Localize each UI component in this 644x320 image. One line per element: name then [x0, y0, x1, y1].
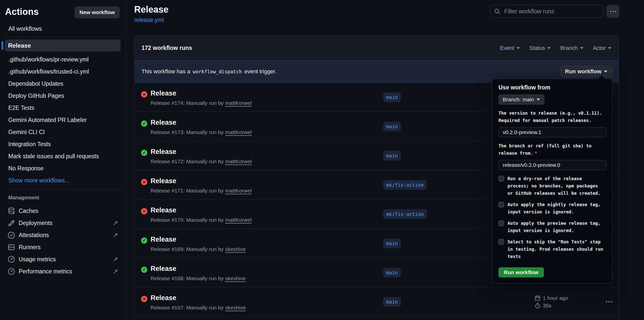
- field-label: The branch or ref (full git sha) to rele…: [498, 142, 606, 157]
- kebab-icon[interactable]: [607, 5, 619, 18]
- calendar-icon: [535, 295, 541, 301]
- branch-pill[interactable]: mk/fix-action: [383, 209, 427, 219]
- run-title-link[interactable]: Release: [151, 206, 176, 214]
- sidebar-item-all-workflows[interactable]: All workflows: [8, 23, 121, 34]
- run-title-link[interactable]: Release: [151, 89, 176, 97]
- run-title-link[interactable]: Release: [151, 294, 176, 302]
- branch-pill[interactable]: main: [383, 239, 401, 248]
- filter-dropdown[interactable]: Actor: [593, 45, 611, 51]
- runs-filters: Event Status Branch Actor: [500, 45, 611, 51]
- database-icon: [8, 207, 15, 215]
- filter-workflow-runs-input[interactable]: [490, 5, 603, 18]
- status-icon: [141, 208, 147, 214]
- branch-select-button[interactable]: Branch: main: [498, 94, 544, 105]
- checkbox-row: Auto apply the preview release tag, inpu…: [498, 220, 606, 234]
- sidebar-item-label: Deployments: [19, 220, 52, 227]
- page-title: Release: [134, 4, 169, 15]
- status-icon: [141, 120, 147, 127]
- management-list: Caches Deployments ↗ Attestations ↗ Runn…: [5, 205, 121, 277]
- popup-checkbox-list: Run a dry-run of the release process; no…: [498, 175, 606, 260]
- branch-pill[interactable]: main: [383, 297, 401, 307]
- checkbox[interactable]: [498, 239, 504, 245]
- actor-link[interactable]: mattKorwel: [225, 100, 252, 106]
- checkbox[interactable]: [498, 176, 504, 181]
- run-title-link[interactable]: Release: [151, 148, 176, 156]
- sidebar-item-workflow[interactable]: Gemini Automated PR Labeler: [5, 114, 121, 126]
- actor-link[interactable]: skeshive: [225, 305, 246, 310]
- workflow-file-link[interactable]: release.yml: [134, 17, 164, 23]
- sidebar-item-label: Runners: [19, 244, 41, 251]
- run-title-link[interactable]: Release: [151, 265, 176, 273]
- sidebar-title: Actions: [5, 7, 39, 17]
- filter-dropdown[interactable]: Status: [529, 45, 551, 51]
- sidebar-divider: [5, 189, 121, 190]
- management-section-label: Management: [8, 195, 121, 202]
- run-title-link[interactable]: Release: [151, 235, 176, 243]
- sidebar-item-label: Attestations: [19, 232, 49, 239]
- sidebar-item-deployments[interactable]: Deployments ↗: [5, 217, 121, 229]
- workflow-dispatch-code: workflow_dispatch: [193, 69, 242, 74]
- run-title-link[interactable]: Release: [151, 118, 176, 126]
- run-workflow-popup: Use workflow from Branch: main The versi…: [492, 79, 612, 284]
- external-link-icon: ↗: [113, 268, 118, 275]
- verified-icon: [8, 231, 15, 239]
- sidebar-item-workflow[interactable]: Gemini CLI CI: [5, 126, 121, 138]
- branch-pill[interactable]: main: [383, 92, 401, 102]
- sidebar-item-caches[interactable]: Caches: [5, 205, 121, 217]
- sidebar-item-attestations[interactable]: Attestations ↗: [5, 229, 121, 241]
- checkbox-row: Select to skip the "Run Tests" step in t…: [498, 238, 606, 260]
- ref-input[interactable]: [498, 160, 607, 170]
- checkbox-label: Select to skip the "Run Tests" step in t…: [508, 238, 603, 260]
- sidebar-item-workflow[interactable]: Mark stale issues and pull requests: [5, 150, 121, 162]
- sidebar-item-label: Performance metrics: [19, 268, 72, 275]
- workflow-list: .github/workflows/pr-review.yml .github/…: [5, 53, 121, 174]
- branch-pill[interactable]: mk/fix-action: [383, 180, 427, 190]
- actor-link[interactable]: mattKorwel: [225, 129, 252, 135]
- checkbox[interactable]: [498, 220, 504, 226]
- meter-icon: [8, 255, 15, 263]
- sidebar-item-runners[interactable]: Runners: [5, 241, 121, 253]
- sidebar-item-label: Usage metrics: [19, 256, 56, 263]
- checkbox[interactable]: [498, 202, 504, 207]
- status-icon: [141, 296, 147, 302]
- version-input[interactable]: [498, 127, 607, 137]
- sidebar-item-workflow[interactable]: Dependabot Updates: [5, 78, 121, 90]
- sidebar-item-usage-metrics[interactable]: Usage metrics ↗: [5, 253, 121, 265]
- new-workflow-button[interactable]: New workflow: [75, 7, 120, 18]
- caret-down-icon: [580, 47, 583, 49]
- branch-pill[interactable]: main: [383, 268, 401, 277]
- sidebar-item-performance-metrics[interactable]: Performance metrics ↗: [5, 265, 121, 277]
- sidebar-item-workflow[interactable]: .github/workflows/pr-review.yml: [5, 53, 121, 66]
- sidebar-item-label: Caches: [19, 208, 38, 214]
- caret-down-icon: [604, 71, 607, 73]
- kebab-icon[interactable]: [603, 298, 615, 306]
- actor-link[interactable]: mattKorwel: [225, 217, 252, 223]
- actor-link[interactable]: mattKorwel: [225, 188, 252, 194]
- caret-down-icon: [516, 47, 520, 49]
- run-workflow-submit-button[interactable]: Run workflow: [498, 267, 544, 277]
- actor-link[interactable]: skeshive: [225, 246, 246, 252]
- status-icon: [141, 179, 147, 185]
- sidebar-item-workflow[interactable]: No Response: [5, 162, 121, 174]
- banner-text: This workflow has aworkflow_dispatcheven…: [142, 68, 276, 75]
- actor-link[interactable]: mattKorwel: [225, 158, 252, 164]
- sidebar-item-workflow[interactable]: E2E Tests: [5, 102, 121, 114]
- run-title-link[interactable]: Release: [151, 177, 176, 185]
- sidebar-item-release-selected[interactable]: Release: [5, 40, 121, 51]
- filter-dropdown[interactable]: Branch: [560, 45, 583, 51]
- filter-dropdown[interactable]: Event: [500, 45, 520, 51]
- sidebar-item-workflow[interactable]: .github/workflows/trusted-ci.yml: [5, 66, 121, 78]
- sidebar-item-workflow[interactable]: Deploy GitHub Pages: [5, 90, 121, 102]
- branch-pill[interactable]: main: [383, 122, 401, 131]
- branch-pill[interactable]: main: [383, 151, 401, 161]
- actor-link[interactable]: skeshive: [225, 275, 246, 281]
- next-row-sliver: [134, 316, 619, 320]
- runs-count: 172 workflow runs: [142, 45, 192, 51]
- sidebar-item-workflow[interactable]: Integration Tests: [5, 138, 121, 150]
- selected-accent-bar: [2, 41, 3, 50]
- server-icon: [8, 243, 15, 251]
- status-icon: [141, 91, 147, 98]
- sidebar-divider: [5, 37, 121, 37]
- show-more-workflows-link[interactable]: Show more workflows...: [5, 174, 121, 186]
- popup-caret: [598, 75, 605, 79]
